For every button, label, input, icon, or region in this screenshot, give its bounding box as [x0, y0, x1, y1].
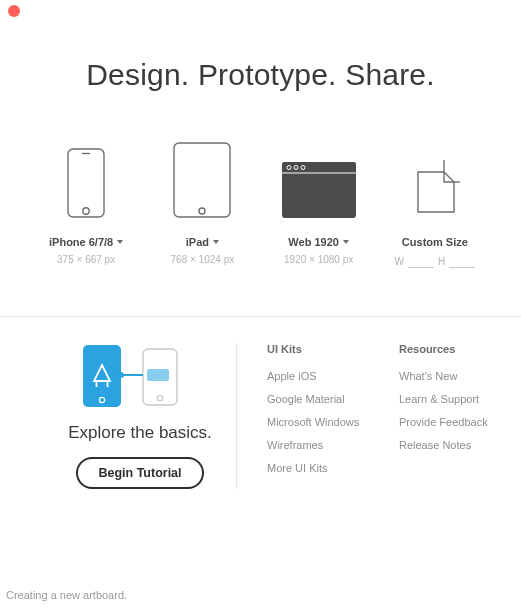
uikit-link[interactable]: More UI Kits	[267, 462, 375, 474]
tablet-icon	[150, 140, 254, 218]
custom-h-label: H	[438, 256, 445, 267]
svg-rect-6	[282, 162, 356, 173]
resources-column: Resources What's New Learn & Support Pro…	[399, 343, 507, 489]
browser-icon	[267, 140, 371, 218]
phone-icon	[34, 140, 138, 218]
resource-link[interactable]: What's New	[399, 370, 507, 382]
preset-ipad[interactable]: iPad 768 × 1024 px	[150, 140, 254, 268]
preset-label: Web 1920	[288, 236, 339, 248]
resource-link[interactable]: Learn & Support	[399, 393, 507, 405]
svg-point-1	[83, 208, 89, 214]
resources-title: Resources	[399, 343, 507, 355]
explore-title: Explore the basics.	[44, 423, 236, 443]
uikit-link[interactable]: Wireframes	[267, 439, 375, 451]
custom-width-input[interactable]	[408, 254, 434, 268]
custom-height-input[interactable]	[449, 254, 475, 268]
uikit-link[interactable]: Google Material	[267, 393, 375, 405]
section-divider	[0, 316, 521, 317]
preset-iphone[interactable]: iPhone 6/7/8 375 × 667 px	[34, 140, 138, 268]
window-caption: Creating a new artboard.	[6, 589, 127, 601]
resource-link[interactable]: Provide Feedback	[399, 416, 507, 428]
chevron-down-icon	[117, 240, 123, 244]
preset-dims: 1920 × 1080 px	[267, 254, 371, 265]
svg-point-4	[199, 208, 205, 214]
chevron-down-icon	[213, 240, 219, 244]
svg-rect-3	[174, 143, 230, 217]
lower-section: Explore the basics. Begin Tutorial UI Ki…	[0, 343, 521, 489]
tutorial-illustration	[44, 345, 236, 409]
svg-point-20	[118, 372, 124, 378]
resource-link[interactable]: Release Notes	[399, 439, 507, 451]
preset-dims: 375 × 667 px	[34, 254, 138, 265]
hero-title: Design. Prototype. Share.	[0, 58, 521, 92]
chevron-down-icon	[343, 240, 349, 244]
custom-page-icon	[383, 140, 487, 218]
close-window-dot[interactable]	[8, 5, 20, 17]
window-titlebar	[0, 0, 521, 22]
explore-panel: Explore the basics. Begin Tutorial	[44, 343, 236, 489]
preset-dims: 768 × 1024 px	[150, 254, 254, 265]
custom-w-label: W	[395, 256, 404, 267]
preset-label: Custom Size	[402, 236, 468, 248]
preset-label: iPhone 6/7/8	[49, 236, 113, 248]
uikits-column: UI Kits Apple iOS Google Material Micros…	[267, 343, 375, 489]
svg-rect-21	[147, 369, 169, 381]
artboard-presets: iPhone 6/7/8 375 × 667 px iPad 768 × 102…	[28, 140, 493, 268]
links-panel: UI Kits Apple iOS Google Material Micros…	[236, 343, 507, 489]
preset-web[interactable]: Web 1920 1920 × 1080 px	[267, 140, 371, 268]
uikits-title: UI Kits	[267, 343, 375, 355]
begin-tutorial-button[interactable]: Begin Tutorial	[76, 457, 203, 489]
preset-label: iPad	[186, 236, 209, 248]
uikit-link[interactable]: Apple iOS	[267, 370, 375, 382]
preset-custom[interactable]: Custom Size W H	[383, 140, 487, 268]
svg-rect-0	[68, 149, 104, 217]
uikit-link[interactable]: Microsoft Windows	[267, 416, 375, 428]
